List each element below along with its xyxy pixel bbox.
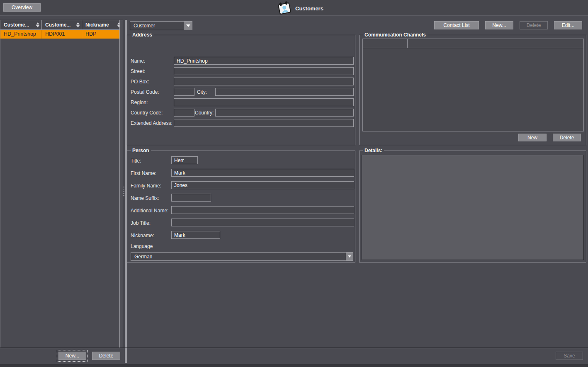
po-box-label: PO Box: (131, 79, 149, 85)
details-text-area[interactable] (362, 155, 584, 260)
new-record-button[interactable]: New... (58, 352, 86, 360)
family-name-field[interactable] (171, 181, 354, 189)
first-name-field[interactable] (171, 169, 354, 177)
save-button[interactable]: Save (556, 352, 583, 360)
edit-customer-button[interactable]: Edit... (554, 21, 582, 29)
channel-value-column[interactable] (408, 39, 583, 48)
postal-code-field[interactable] (174, 88, 194, 96)
cell-nickname: HDP (82, 30, 120, 39)
city-field[interactable] (215, 88, 354, 96)
job-title-label: Job Title: (131, 220, 151, 226)
separator (360, 133, 585, 134)
chevron-down-icon[interactable] (346, 253, 353, 260)
additional-name-label: Additional Name: (131, 208, 168, 214)
customer-table-header: Custome... Custome... Nickname (0, 20, 123, 30)
cell-customer-id: HDP001 (42, 30, 82, 39)
record-type-value: Customer (130, 23, 184, 29)
table-row[interactable]: HD_Printshop HDP001 HDP (0, 30, 120, 39)
communication-channels-table-header (363, 39, 583, 48)
country-code-label: Country Code: (131, 110, 163, 116)
person-group: Person Title: First Name: Family Name: N… (127, 151, 355, 262)
column-header-label: Nickname (85, 22, 109, 28)
new-channel-button[interactable]: New (518, 134, 547, 141)
country-code-field[interactable] (174, 109, 194, 117)
column-header-label: Custome... (4, 22, 29, 28)
channel-type-column[interactable] (363, 39, 408, 48)
delete-channel-button[interactable]: Delete (553, 134, 581, 141)
sort-icon[interactable] (76, 22, 80, 27)
communication-channels-group: Communication Channels New Delete (359, 35, 586, 145)
person-legend: Person (131, 148, 151, 153)
contact-list-button[interactable]: Contact List (434, 21, 479, 29)
chevron-down-icon[interactable] (184, 22, 192, 30)
street-field[interactable] (174, 67, 354, 75)
sort-icon[interactable] (36, 22, 39, 27)
name-suffix-field[interactable] (171, 194, 211, 202)
column-header-customer-id[interactable]: Custome... (42, 20, 82, 30)
nickname-field[interactable] (171, 231, 220, 239)
column-header-customer-name[interactable]: Custome... (0, 20, 42, 30)
customers-icon (277, 1, 292, 15)
job-title-field[interactable] (171, 219, 354, 226)
title-label: Title: (131, 158, 141, 164)
customer-list-panel: Custome... Custome... Nickname HD_Prints… (0, 20, 123, 348)
cell-customer-name: HD_Printshop (0, 30, 42, 39)
city-label: City: (197, 89, 207, 95)
delete-customer-button[interactable]: Delete (520, 21, 548, 29)
overview-button[interactable]: Overview (3, 3, 41, 12)
address-group: Address Name: Street: PO Box: Postal Cod… (127, 35, 355, 145)
additional-name-field[interactable] (171, 206, 354, 214)
extended-address-field[interactable] (174, 119, 354, 127)
communication-channels-legend: Communication Channels (363, 32, 428, 38)
first-name-label: First Name: (131, 170, 156, 176)
column-header-nickname[interactable]: Nickname (82, 20, 123, 30)
region-label: Region: (131, 100, 148, 105)
family-name-label: Family Name: (131, 183, 161, 189)
divider (0, 348, 588, 348)
address-legend: Address (131, 32, 154, 38)
column-header-label: Custome... (45, 22, 70, 28)
country-field[interactable] (215, 109, 354, 117)
name-field[interactable] (174, 57, 354, 65)
delete-record-button[interactable]: Delete (92, 352, 120, 360)
nickname-label: Nickname: (131, 233, 154, 238)
language-label: Language (131, 243, 153, 249)
details-group: Details: (359, 151, 586, 262)
extended-address-label: Extended Address: (131, 120, 173, 126)
new-customer-button[interactable]: New... (485, 21, 513, 29)
communication-channels-table[interactable] (362, 39, 584, 131)
language-value: German (131, 254, 346, 260)
name-suffix-label: Name Suffix: (131, 195, 159, 201)
language-dropdown[interactable]: German (131, 252, 353, 261)
street-label: Street: (131, 68, 145, 74)
title-field[interactable] (171, 156, 198, 164)
top-bar (0, 0, 588, 16)
country-label: Country: (195, 110, 214, 116)
table-vertical-scrollbar[interactable] (119, 20, 123, 348)
details-legend: Details: (363, 148, 384, 153)
region-field[interactable] (174, 98, 354, 106)
postal-code-label: Postal Code: (131, 89, 159, 95)
record-type-dropdown[interactable]: Customer (130, 21, 192, 30)
page-title: Customers (295, 5, 323, 12)
name-label: Name: (131, 58, 145, 64)
splitter-grip-icon (123, 187, 124, 197)
window-bottom-edge (0, 364, 588, 367)
po-box-field[interactable] (174, 78, 354, 85)
